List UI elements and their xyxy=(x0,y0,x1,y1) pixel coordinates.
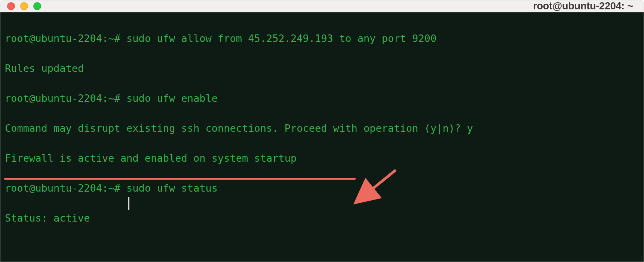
shell-prompt: root@ubuntu-2204:~# xyxy=(5,182,126,194)
terminal-body[interactable]: root@ubuntu-2204:~# sudo ufw allow from … xyxy=(0,12,644,262)
window-controls xyxy=(7,2,41,10)
annotation-underline xyxy=(4,178,356,180)
zoom-icon[interactable] xyxy=(33,2,41,10)
command-text: sudo ufw status xyxy=(126,182,218,194)
terminal-line: root@ubuntu-2204:~# sudo ufw status xyxy=(5,181,639,196)
terminal-line: Firewall is active and enabled on system… xyxy=(5,151,639,166)
terminal-line xyxy=(5,241,639,256)
terminal-line: root@ubuntu-2204:~# sudo ufw allow from … xyxy=(5,31,639,46)
close-icon[interactable] xyxy=(7,2,15,10)
terminal-line: root@ubuntu-2204:~# sudo ufw enable xyxy=(5,91,639,106)
shell-prompt: root@ubuntu-2204:~# xyxy=(5,33,126,44)
command-text: sudo ufw allow from 45.252.249.193 to an… xyxy=(126,33,436,44)
window-title: root@ubuntu-2204: ~ xyxy=(533,0,637,12)
command-text: sudo ufw enable xyxy=(126,92,218,104)
shell-prompt: root@ubuntu-2204:~# xyxy=(5,92,126,104)
text-cursor xyxy=(128,197,129,210)
titlebar: root@ubuntu-2204: ~ xyxy=(0,0,644,12)
minimize-icon[interactable] xyxy=(20,2,28,10)
terminal-line: Status: active xyxy=(5,211,639,226)
terminal-line: Command may disrupt existing ssh connect… xyxy=(5,121,639,136)
terminal-window: root@ubuntu-2204: ~ root@ubuntu-2204:~# … xyxy=(0,0,644,262)
terminal-line: Rules updated xyxy=(5,61,639,76)
